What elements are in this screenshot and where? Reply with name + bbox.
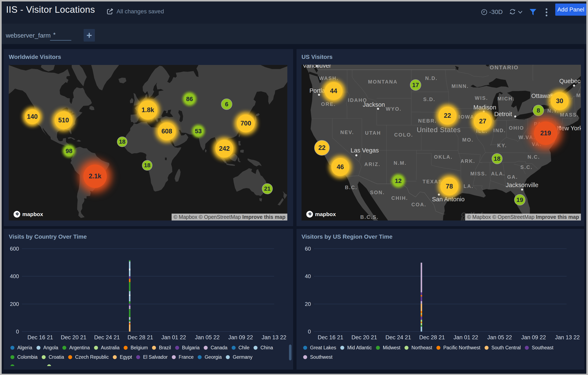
svg-text:N.M.: N.M. xyxy=(394,160,407,166)
svg-text:CHIH.: CHIH. xyxy=(391,195,408,201)
svg-text:COLO.: COLO. xyxy=(394,132,413,138)
svg-text:600: 600 xyxy=(10,245,19,252)
svg-text:LA.: LA. xyxy=(463,183,473,189)
svg-text:ARIZ.: ARIZ. xyxy=(364,161,380,167)
svg-text:NEBR.: NEBR. xyxy=(418,118,437,124)
svg-text:Jan 09 22: Jan 09 22 xyxy=(521,334,546,341)
svg-text:200: 200 xyxy=(10,301,19,307)
svg-text:Jan 13 22: Jan 13 22 xyxy=(555,334,580,341)
svg-text:ARK.: ARK. xyxy=(461,158,475,164)
svg-text:NEV.: NEV. xyxy=(340,130,354,135)
svg-text:Vancouver: Vancouver xyxy=(303,65,331,69)
svg-text:Jan 01 22: Jan 01 22 xyxy=(161,334,186,341)
svg-text:0: 0 xyxy=(16,329,19,335)
svg-text:Dec 24 21: Dec 24 21 xyxy=(385,334,411,341)
svg-text:OHIO: OHIO xyxy=(509,125,524,131)
svg-text:N.D.: N.D. xyxy=(425,75,438,81)
svg-text:Dec 28 21: Dec 28 21 xyxy=(419,334,445,341)
svg-text:S.C.: S.C. xyxy=(520,164,533,170)
svg-text:60: 60 xyxy=(305,245,311,252)
svg-text:Dec 16 21: Dec 16 21 xyxy=(27,334,53,341)
svg-text:Quebec: Quebec xyxy=(559,78,580,84)
svg-text:Dec 20 21: Dec 20 21 xyxy=(61,334,86,341)
svg-text:N.C.: N.C. xyxy=(527,154,540,160)
svg-text:Las Vegas: Las Vegas xyxy=(350,147,379,154)
svg-text:MICH.: MICH. xyxy=(497,96,515,101)
svg-text:Jan 05 22: Jan 05 22 xyxy=(195,334,220,341)
svg-text:MAINE: MAINE xyxy=(576,92,581,98)
svg-text:40: 40 xyxy=(305,273,311,279)
svg-text:S.D.: S.D. xyxy=(423,97,436,102)
svg-text:ONTARIO: ONTARIO xyxy=(490,65,519,71)
svg-text:Jackson: Jackson xyxy=(363,101,385,108)
svg-text:MISS.: MISS. xyxy=(470,171,487,176)
svg-text:ALA.: ALA. xyxy=(491,171,505,176)
svg-text:Dec 24 21: Dec 24 21 xyxy=(94,334,120,341)
svg-text:GA.: GA. xyxy=(507,174,518,180)
svg-text:Jan 13 22: Jan 13 22 xyxy=(262,334,286,341)
svg-text:MO.: MO. xyxy=(462,137,473,143)
svg-text:Dec 20 21: Dec 20 21 xyxy=(351,334,377,341)
svg-text:Dec 16 21: Dec 16 21 xyxy=(317,334,343,341)
svg-text:SON.: SON. xyxy=(370,190,385,195)
svg-text:B.C.S.: B.C.S. xyxy=(360,214,379,220)
svg-text:B.C.: B.C. xyxy=(345,185,357,190)
svg-text:WYO.: WYO. xyxy=(386,106,402,112)
svg-text:WIS.: WIS. xyxy=(475,95,488,101)
svg-text:COA.: COA. xyxy=(411,202,426,207)
svg-text:Jan 05 22: Jan 05 22 xyxy=(487,334,512,341)
svg-text:MONTANA: MONTANA xyxy=(368,79,398,85)
svg-text:UTAH: UTAH xyxy=(365,130,381,136)
svg-text:0: 0 xyxy=(308,329,311,335)
svg-text:Dec 28 21: Dec 28 21 xyxy=(127,334,153,341)
svg-text:IND.: IND. xyxy=(493,128,506,133)
svg-text:400: 400 xyxy=(10,273,19,279)
svg-text:Jan 01 22: Jan 01 22 xyxy=(453,334,478,341)
svg-text:KY.: KY. xyxy=(497,143,507,148)
svg-text:Detroit: Detroit xyxy=(494,111,512,117)
svg-text:OKLA.: OKLA. xyxy=(434,154,453,160)
svg-text:MINN.: MINN. xyxy=(452,83,469,89)
svg-text:20: 20 xyxy=(305,301,311,307)
svg-text:Jan 09 22: Jan 09 22 xyxy=(228,334,253,341)
svg-text:Jacksonville: Jacksonville xyxy=(506,182,538,188)
